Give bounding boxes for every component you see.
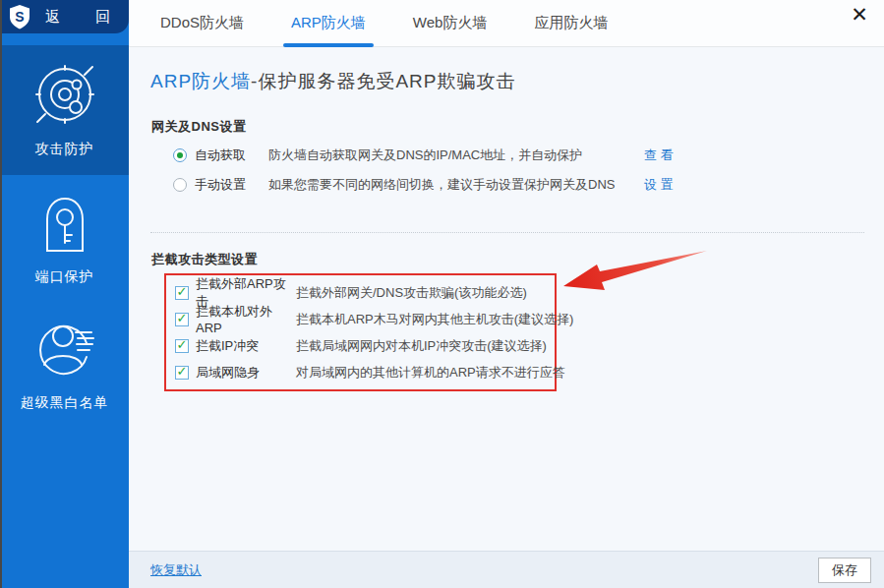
- sidebar-item-label: 端口保护: [35, 268, 94, 286]
- intercept-external-arp-row: ✓ 拦截外部ARP攻击 拦截外部网关/DNS攻击欺骗(该功能必选): [175, 284, 555, 302]
- back-button[interactable]: 返 回: [45, 8, 126, 27]
- checkbox-label: 局域网隐身: [196, 364, 296, 382]
- sidebar-item-super-blackwhite-list[interactable]: 超级黑白名单: [0, 297, 129, 425]
- restore-defaults-link[interactable]: 恢复默认: [150, 561, 202, 579]
- sidebar-item-label: 超级黑白名单: [21, 394, 109, 412]
- check-icon: ✓: [177, 312, 188, 324]
- app-window: S 返 回: [0, 0, 884, 588]
- save-button[interactable]: 保存: [818, 558, 871, 583]
- intercept-local-outbound-arp-checkbox[interactable]: ✓: [175, 313, 189, 326]
- tab-ddos-firewall[interactable]: DDoS防火墙: [156, 0, 248, 47]
- tab-app-firewall[interactable]: 应用防火墙: [530, 0, 612, 47]
- tab-web-firewall[interactable]: Web防火墙: [409, 0, 492, 47]
- manual-setting-description: 如果您需要不同的网络间切换，建议手动设置保护网关及DNS: [268, 176, 615, 194]
- checkbox-label: 拦截IP冲突: [196, 337, 296, 355]
- page-title-highlight: ARP防火墙: [150, 71, 251, 91]
- user-list-icon: [32, 316, 97, 384]
- checkbox-description: 拦截本机ARP木马对网内其他主机攻击(建议选择): [296, 311, 573, 328]
- logo-letter: S: [15, 9, 24, 25]
- auto-acquire-description: 防火墙自动获取网关及DNS的IP/MAC地址，并自动保护: [268, 147, 582, 164]
- manual-setting-radio[interactable]: [173, 178, 187, 192]
- window-edge: [0, 0, 2, 588]
- intercept-external-arp-checkbox[interactable]: ✓: [175, 286, 189, 300]
- arp-firewall-panel: ARP防火墙-保护服务器免受ARP欺骗攻击 网关及DNS设置 自动获取 防火墙自…: [129, 47, 884, 551]
- sidebar-item-label: 攻击防护: [35, 141, 94, 158]
- checkbox-label: 拦截本机对外ARP: [196, 303, 296, 335]
- firewall-tabbar: DDoS防火墙 ARP防火墙 Web防火墙 应用防火墙 ✕: [129, 0, 884, 47]
- auto-acquire-radio[interactable]: [173, 148, 187, 162]
- radar-icon: [32, 62, 97, 131]
- setup-link[interactable]: 设 置: [644, 176, 674, 194]
- checkbox-description: 对局域网内的其他计算机的ARP请求不进行应答: [296, 364, 565, 382]
- app-logo-shield-icon: S: [8, 4, 31, 29]
- check-icon: ✓: [177, 285, 188, 298]
- app-header: S 返 回: [0, 0, 129, 33]
- auto-acquire-option-row: 自动获取 防火墙自动获取网关及DNS的IP/MAC地址，并自动保护 查 看: [129, 147, 884, 164]
- sidebar-item-port-protection[interactable]: 端口保护: [0, 175, 129, 297]
- lan-stealth-row: ✓ 局域网隐身 对局域网内的其他计算机的ARP请求不进行应答: [175, 364, 555, 382]
- close-icon[interactable]: ✕: [847, 2, 872, 28]
- manual-setting-label: 手动设置: [195, 176, 268, 194]
- auto-acquire-label: 自动获取: [195, 147, 268, 164]
- key-shield-icon: [35, 194, 94, 259]
- check-icon: ✓: [177, 365, 188, 378]
- checkbox-description: 拦截外部网关/DNS攻击欺骗(该功能必选): [296, 284, 527, 302]
- sidebar: S 返 回: [0, 0, 129, 588]
- lan-stealth-checkbox[interactable]: ✓: [175, 366, 189, 380]
- view-link[interactable]: 查 看: [644, 147, 674, 164]
- intercept-ip-conflict-row: ✓ 拦截IP冲突 拦截局域网网内对本机IP冲突攻击(建议选择): [175, 337, 555, 355]
- page-title-rest: -保护服务器免受ARP欺骗攻击: [251, 71, 515, 91]
- manual-setting-option-row: 手动设置 如果您需要不同的网络间切换，建议手动设置保护网关及DNS 设 置: [129, 176, 884, 194]
- intercept-local-outbound-arp-row: ✓ 拦截本机对外ARP 拦截本机ARP木马对网内其他主机攻击(建议选择): [175, 311, 555, 328]
- annotation-red-rectangle: ✓ 拦截外部ARP攻击 拦截外部网关/DNS攻击欺骗(该功能必选) ✓ 拦截本机…: [164, 273, 557, 391]
- checkbox-description: 拦截局域网网内对本机IP冲突攻击(建议选择): [296, 337, 547, 355]
- footer-bar: 恢复默认 保存: [129, 551, 884, 588]
- page-title: ARP防火墙-保护服务器免受ARP欺骗攻击: [150, 69, 515, 94]
- sidebar-menu: 攻击防护 端口保护: [0, 45, 129, 425]
- sidebar-item-attack-protection[interactable]: 攻击防护: [0, 45, 129, 175]
- intercept-type-section-heading: 拦截攻击类型设置: [151, 251, 258, 268]
- tab-arp-firewall[interactable]: ARP防火墙: [287, 0, 370, 47]
- gateway-dns-section-heading: 网关及DNS设置: [151, 118, 246, 136]
- section-divider: [150, 232, 864, 233]
- intercept-ip-conflict-checkbox[interactable]: ✓: [175, 339, 189, 353]
- check-icon: ✓: [177, 338, 188, 351]
